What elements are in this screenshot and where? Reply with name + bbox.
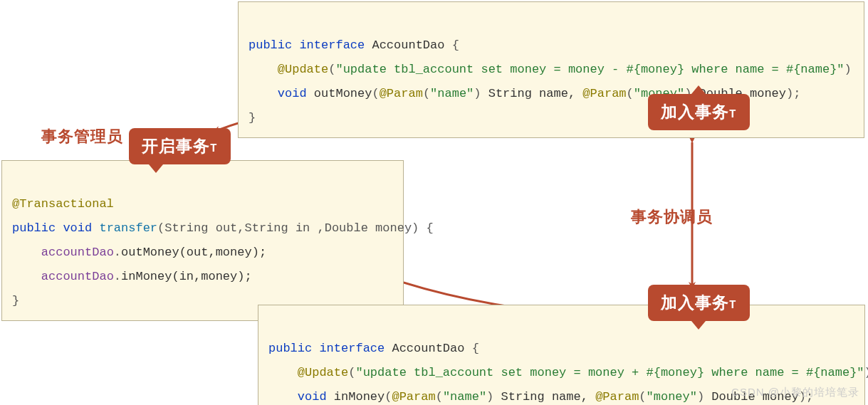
label-tx-manager: 事务管理员 [41, 126, 123, 147]
code-line: @Update("update tbl_account set money = … [268, 366, 868, 379]
label-tx-coordinator: 事务协调员 [631, 206, 713, 228]
code-line: accountDao.inMoney(in,money); [12, 270, 252, 283]
code-line: public interface AccountDao { [249, 38, 459, 52]
callout-join-tx-bottom: 加入事务T [648, 285, 750, 321]
code-box-transfer: @Transactional public void transfer(Stri… [1, 160, 404, 321]
code-line: } [249, 111, 256, 125]
callout-join-tx-top: 加入事务T [648, 94, 750, 130]
code-line: @Update("update tbl_account set money = … [249, 63, 852, 76]
code-line: public interface AccountDao { [268, 342, 479, 355]
code-line: } [12, 294, 19, 307]
watermark: CSDN @小黎的培培笔录 [731, 386, 859, 399]
code-line: public void transfer(String out,String i… [12, 221, 434, 235]
callout-start-tx: 开启事务T [129, 128, 231, 164]
code-line: accountDao.outMoney(out,money); [12, 246, 266, 259]
code-line: @Transactional [12, 197, 114, 211]
code-box-accountdao-out: public interface AccountDao { @Update("u… [238, 1, 864, 138]
